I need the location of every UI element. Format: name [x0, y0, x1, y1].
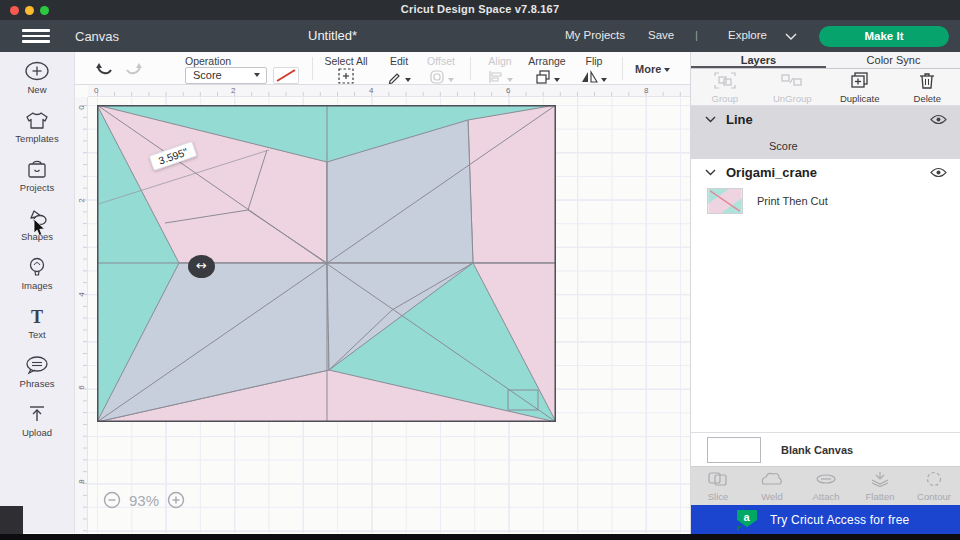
left-sidebar: New Templates Projects Shapes Images T T…: [0, 52, 75, 533]
redo-button[interactable]: [123, 59, 145, 79]
flatten-button[interactable]: Flatten: [853, 467, 907, 505]
zoom-out-button[interactable]: [103, 491, 121, 509]
contour-icon: [924, 471, 944, 487]
layer-thumbnail: [707, 188, 743, 214]
slice-button[interactable]: Slice: [691, 467, 745, 505]
canvas-nav-label[interactable]: Canvas: [75, 29, 119, 44]
offset-menu-button[interactable]: Offset: [419, 55, 463, 88]
chevron-down-icon[interactable]: [705, 116, 716, 123]
make-it-button[interactable]: Make It: [819, 26, 949, 47]
operation-select[interactable]: Score: [185, 67, 267, 84]
cricut-access-banner[interactable]: a Try Cricut Access for free: [691, 505, 960, 534]
app-header: Canvas Untitled* My Projects Save | Expl…: [0, 20, 960, 52]
sidebar-item-upload[interactable]: Upload: [0, 402, 74, 451]
explore-chevron-icon: [785, 33, 797, 41]
align-caret-icon: [507, 78, 513, 82]
flip-caret-icon: [601, 78, 607, 82]
explore-menu[interactable]: Explore: [728, 29, 767, 41]
speech-bubble-icon: [24, 355, 50, 375]
panel-tabs: Layers Color Sync: [691, 52, 960, 69]
layer-group-line[interactable]: Line: [691, 106, 960, 133]
contour-button[interactable]: Contour: [907, 467, 960, 505]
svg-text:a: a: [743, 510, 750, 522]
layer-item-print-then-cut[interactable]: Print Then Cut: [691, 185, 960, 217]
arrange-icon: [535, 70, 551, 84]
zoom-in-button[interactable]: [167, 491, 185, 509]
blank-canvas-row[interactable]: Blank Canvas: [691, 432, 960, 466]
design-canvas[interactable]: 0 2 4 6 8 0 2 4 6 8: [75, 85, 690, 533]
sidebar-item-text[interactable]: T Text: [0, 304, 74, 353]
ungroup-icon: [780, 72, 804, 89]
layer-actions: Group UnGroup Duplicate Delete: [691, 69, 960, 106]
window-title: Cricut Design Space v7.8.167: [0, 3, 960, 15]
duplicate-button[interactable]: Duplicate: [826, 69, 894, 105]
arrange-menu-button[interactable]: Arrange: [522, 55, 572, 88]
offset-caret-icon: [448, 78, 454, 82]
toolbar-divider: [312, 57, 313, 80]
visibility-eye-icon[interactable]: [930, 114, 947, 125]
weld-icon: [760, 471, 784, 487]
undo-button[interactable]: [93, 59, 115, 79]
operation-caret-icon: [254, 73, 260, 77]
tab-layers[interactable]: Layers: [691, 52, 826, 68]
header-separator: |: [695, 29, 698, 41]
edit-toolbar: Operation Score Select All Edit Offset: [75, 52, 690, 85]
sidebar-item-templates[interactable]: Templates: [0, 108, 74, 157]
more-menu-button[interactable]: More: [635, 63, 670, 75]
balloon-icon: [27, 257, 47, 279]
operation-label: Operation: [185, 55, 231, 67]
mouse-cursor: [33, 219, 47, 238]
sidebar-item-images[interactable]: Images: [0, 255, 74, 304]
weld-button[interactable]: Weld: [745, 467, 799, 505]
attach-icon: [814, 471, 838, 487]
sidebar-item-projects[interactable]: Projects: [0, 157, 74, 206]
cricut-logo-icon: a: [733, 507, 760, 533]
edit-menu-button[interactable]: Edit: [377, 55, 421, 88]
slice-icon: [707, 471, 729, 487]
flip-icon: [581, 70, 598, 84]
text-icon: T: [0, 304, 74, 328]
trash-icon: [919, 72, 935, 89]
score-linetype-swatch[interactable]: [273, 67, 299, 84]
more-caret-icon: [664, 68, 670, 72]
vertical-ruler: 0 2 4 6 8: [75, 97, 88, 533]
group-button[interactable]: Group: [691, 69, 759, 105]
layer-item-score[interactable]: Score: [691, 133, 960, 159]
toolbar-divider: [470, 57, 471, 80]
save-link[interactable]: Save: [648, 29, 674, 41]
layer-group-origami-crane[interactable]: Origami_crane: [691, 159, 960, 185]
document-title: Untitled*: [308, 28, 357, 43]
tshirt-icon: [25, 110, 49, 130]
zoom-control: 93%: [103, 491, 185, 509]
hamburger-menu-button[interactable]: [22, 29, 50, 43]
upload-icon: [27, 404, 47, 424]
visibility-eye-icon[interactable]: [930, 167, 947, 178]
align-icon: [488, 70, 504, 84]
sidebar-item-new[interactable]: New: [0, 59, 74, 108]
window-bottom-edge: [0, 534, 960, 540]
attach-button[interactable]: Attach: [799, 467, 853, 505]
select-all-button[interactable]: Select All: [318, 55, 374, 88]
offset-icon: [429, 70, 445, 84]
cricut-design-space-window: Cricut Design Space v7.8.167 Canvas Unti…: [0, 0, 960, 540]
duplicate-icon: [850, 72, 870, 89]
sidebar-item-phrases[interactable]: Phrases: [0, 353, 74, 402]
horizontal-ruler: 0 2 4 6 8: [88, 85, 690, 97]
ungroup-button[interactable]: UnGroup: [759, 69, 827, 105]
pencil-icon: [387, 70, 402, 84]
toolbar-divider: [622, 57, 623, 80]
layers-panel: Layers Color Sync Group UnGroup Duplicat…: [690, 52, 960, 534]
line-drag-handle[interactable]: ↔: [188, 255, 215, 278]
select-all-icon: [338, 68, 354, 84]
window-titlebar: Cricut Design Space v7.8.167: [0, 0, 960, 20]
chevron-down-icon[interactable]: [705, 169, 716, 176]
group-icon: [714, 72, 736, 89]
edit-caret-icon: [405, 78, 411, 82]
my-projects-link[interactable]: My Projects: [565, 29, 625, 41]
layer-tools: Slice Weld Attach Flatten Contour: [691, 466, 960, 505]
align-menu-button[interactable]: Align: [477, 55, 523, 88]
flip-menu-button[interactable]: Flip: [573, 55, 615, 88]
tab-color-sync[interactable]: Color Sync: [826, 52, 960, 68]
zoom-level: 93%: [129, 492, 159, 509]
delete-button[interactable]: Delete: [894, 69, 960, 105]
